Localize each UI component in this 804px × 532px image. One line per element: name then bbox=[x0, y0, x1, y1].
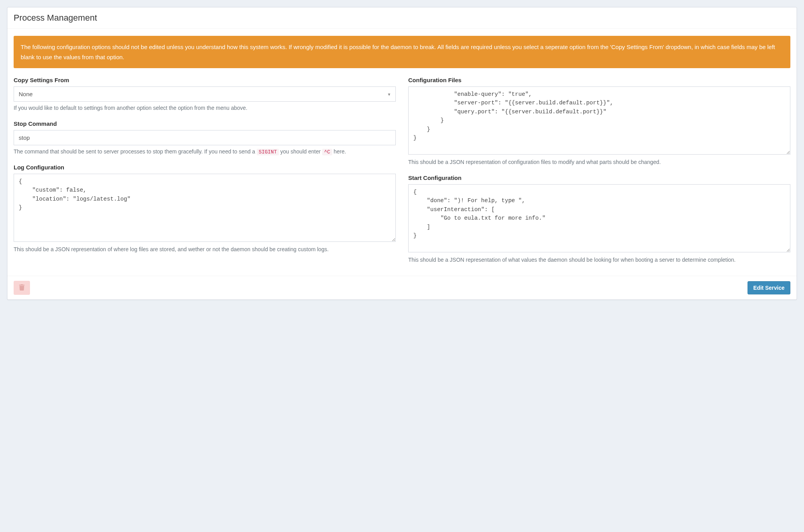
stop-command-label: Stop Command bbox=[14, 120, 396, 127]
config-files-label: Configuration Files bbox=[408, 77, 790, 83]
copy-settings-help: If you would like to default to settings… bbox=[14, 104, 396, 113]
start-config-label: Start Configuration bbox=[408, 174, 790, 181]
warning-alert: The following configuration options shou… bbox=[14, 36, 790, 68]
trash-icon bbox=[19, 284, 25, 292]
log-config-textarea[interactable]: { "custom": false, "location": "logs/lat… bbox=[14, 174, 396, 242]
ctrlc-code: ^C bbox=[322, 149, 332, 155]
sigint-code: SIGINT bbox=[257, 149, 279, 155]
stop-command-help: The command that should be sent to serve… bbox=[14, 148, 396, 156]
panel-footer: Edit Service bbox=[7, 276, 797, 299]
start-config-help: This should be a JSON representation of … bbox=[408, 256, 790, 264]
log-config-help: This should be a JSON representation of … bbox=[14, 245, 396, 254]
stop-command-group: Stop Command The command that should be … bbox=[14, 120, 396, 156]
right-column: Configuration Files "enable-query": "tru… bbox=[408, 77, 790, 272]
start-config-textarea[interactable]: { "done": ")! For help, type ", "userInt… bbox=[408, 184, 790, 252]
config-files-help: This should be a JSON representation of … bbox=[408, 158, 790, 167]
form-row: Copy Settings From None ▼ If you would l… bbox=[14, 77, 790, 272]
panel-header: Process Management bbox=[7, 7, 797, 29]
alert-text: The following configuration options shou… bbox=[21, 44, 775, 60]
panel-body: The following configuration options shou… bbox=[7, 29, 797, 276]
delete-button[interactable] bbox=[14, 281, 30, 295]
config-files-group: Configuration Files "enable-query": "tru… bbox=[408, 77, 790, 167]
config-files-textarea[interactable]: "enable-query": "true", "server-port": "… bbox=[408, 86, 790, 155]
log-config-group: Log Configuration { "custom": false, "lo… bbox=[14, 164, 396, 254]
copy-settings-group: Copy Settings From None ▼ If you would l… bbox=[14, 77, 396, 113]
start-config-group: Start Configuration { "done": ")! For he… bbox=[408, 174, 790, 264]
stop-command-input[interactable] bbox=[14, 130, 396, 145]
log-config-label: Log Configuration bbox=[14, 164, 396, 171]
copy-settings-select-wrapper: None ▼ bbox=[14, 86, 396, 102]
page-title: Process Management bbox=[14, 13, 790, 23]
copy-settings-select[interactable]: None bbox=[14, 86, 396, 102]
process-management-panel: Process Management The following configu… bbox=[7, 7, 797, 300]
left-column: Copy Settings From None ▼ If you would l… bbox=[14, 77, 396, 272]
edit-service-button[interactable]: Edit Service bbox=[748, 281, 790, 294]
copy-settings-label: Copy Settings From bbox=[14, 77, 396, 83]
